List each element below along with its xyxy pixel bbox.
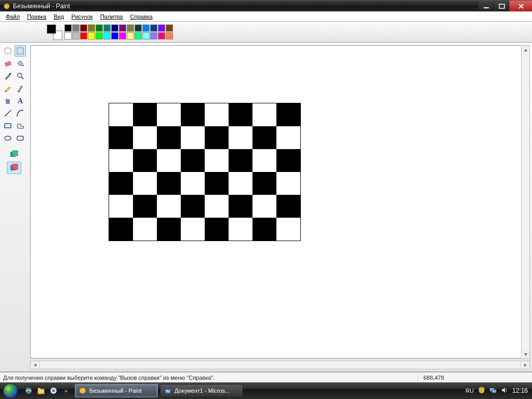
svg-point-3 [8,6,9,7]
palette-swatch[interactable] [150,24,157,32]
checkerboard-drawing [109,103,301,241]
taskbar-item-word[interactable]: W Документ1 - Micros... [160,384,243,397]
scroll-track[interactable] [39,362,521,368]
menu-help[interactable]: Справка [127,12,156,21]
palette-swatch[interactable] [158,24,165,32]
palette-swatch[interactable] [135,24,142,32]
palette-swatch[interactable] [96,32,103,39]
palette-swatch[interactable] [127,24,134,32]
canvas[interactable] [31,46,529,358]
palette-swatch[interactable] [135,32,142,39]
tray-clock[interactable]: 12:16 [512,387,528,394]
palette-swatch[interactable] [88,24,95,32]
maximize-button[interactable] [494,1,509,11]
system-tray: RU 12:16 [461,387,532,395]
tool-rect-select[interactable] [15,45,26,57]
palette-swatch[interactable] [64,24,72,32]
ql-explorer[interactable] [35,384,47,397]
palette-swatch[interactable] [72,32,79,39]
checker-cell [157,195,181,218]
svg-rect-19 [5,124,11,128]
menu-image[interactable]: Рисунок [68,12,97,21]
palette-swatch[interactable] [150,32,157,39]
fg-bg-colors[interactable] [47,24,62,40]
tool-ellipse[interactable] [2,132,14,144]
scroll-left-arrow[interactable] [31,361,39,369]
palette-swatch[interactable] [88,32,95,39]
horizontal-scrollbar[interactable] [30,361,530,369]
palette-swatch[interactable] [158,32,165,39]
scroll-right-arrow[interactable] [521,361,529,369]
palette-swatch[interactable] [142,24,150,32]
checker-cell [252,195,276,218]
checker-cell [229,149,252,172]
palette-swatch[interactable] [142,32,150,39]
palette-swatch[interactable] [64,32,72,39]
menu-edit[interactable]: Правка [23,12,50,21]
scroll-track[interactable] [522,55,529,350]
ql-chrome[interactable] [48,384,59,397]
palette-swatch[interactable] [166,24,173,32]
checker-cell [205,218,229,241]
palette-swatch[interactable] [127,32,134,39]
checker-cell [109,149,133,172]
foreground-color[interactable] [47,24,56,34]
palette-swatch[interactable] [103,32,111,39]
tray-language[interactable]: RU [466,388,474,394]
menu-file[interactable]: Файл [2,12,23,21]
ql-expand[interactable]: » [60,384,72,397]
close-button[interactable] [509,1,532,11]
checker-cell [229,218,252,241]
tool-eraser[interactable] [2,58,14,69]
tray-volume-icon[interactable] [501,387,508,395]
tray-shield-icon[interactable] [478,387,485,395]
taskbar-item-paint[interactable]: Безымянный - Paint [75,384,158,397]
tool-polygon[interactable] [15,120,26,131]
checker-cell [181,126,205,149]
tool-airbrush[interactable] [2,95,14,107]
vertical-scrollbar[interactable] [521,45,530,359]
palette-swatch[interactable] [80,24,87,32]
palette-swatch[interactable] [80,32,87,39]
toolbox: A [0,43,28,371]
palette-swatch[interactable] [166,32,173,39]
ql-ie[interactable] [23,384,34,397]
checker-cell [109,126,133,149]
start-orb-icon [3,383,18,398]
palette-swatch[interactable] [119,32,126,39]
tool-opaque-mode[interactable] [7,148,21,161]
tool-curve[interactable] [15,108,26,119]
tool-line[interactable] [2,108,14,119]
tool-magnifier[interactable] [15,70,26,82]
palette-swatch[interactable] [103,24,111,32]
tool-picker[interactable] [2,70,14,82]
tool-free-select[interactable] [2,45,14,57]
checker-cell [157,126,181,149]
minimize-button[interactable] [478,1,494,11]
window-buttons [478,1,532,11]
palette-swatch[interactable] [72,24,79,32]
palette-swatch[interactable] [119,24,126,32]
scroll-up-arrow[interactable] [522,46,529,55]
checker-cell [205,103,229,126]
scroll-down-arrow[interactable] [522,350,529,358]
tool-transparent-mode[interactable] [7,162,21,174]
tool-fill[interactable] [15,58,26,69]
checker-cell [181,218,205,241]
tool-text[interactable]: A [15,95,26,107]
palette-bar [0,22,532,43]
tool-rounded-rect[interactable] [15,132,26,144]
start-button[interactable] [0,382,21,399]
tool-pencil[interactable] [2,83,14,94]
canvas-viewport[interactable] [30,45,530,358]
menu-palette[interactable]: Палитра [97,12,127,21]
palette-swatch[interactable] [111,32,118,39]
palette-swatch[interactable] [96,24,103,32]
checker-cell [276,126,300,149]
tray-network-icon[interactable] [489,387,497,395]
palette-swatch[interactable] [111,24,118,32]
menu-view[interactable]: Вид [50,12,68,21]
tool-brush[interactable] [15,83,26,94]
tool-rectangle[interactable] [2,120,14,131]
taskbar-item-label: Безымянный - Paint [89,388,142,394]
